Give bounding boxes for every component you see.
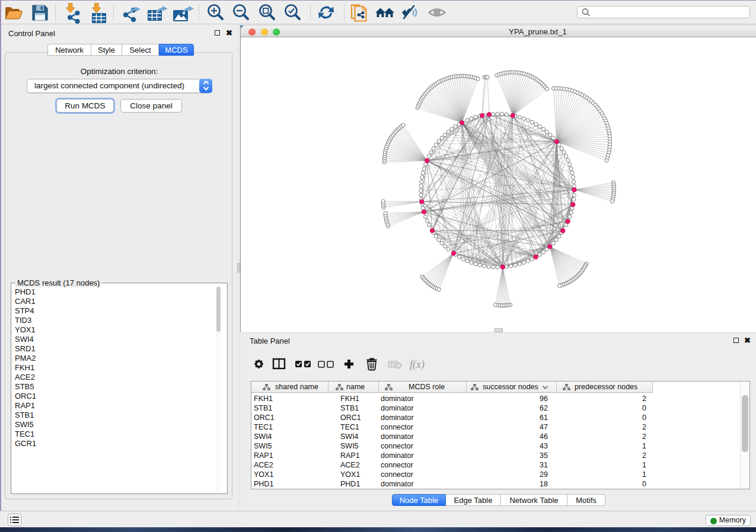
svg-text:f(x): f(x) [410,358,425,371]
